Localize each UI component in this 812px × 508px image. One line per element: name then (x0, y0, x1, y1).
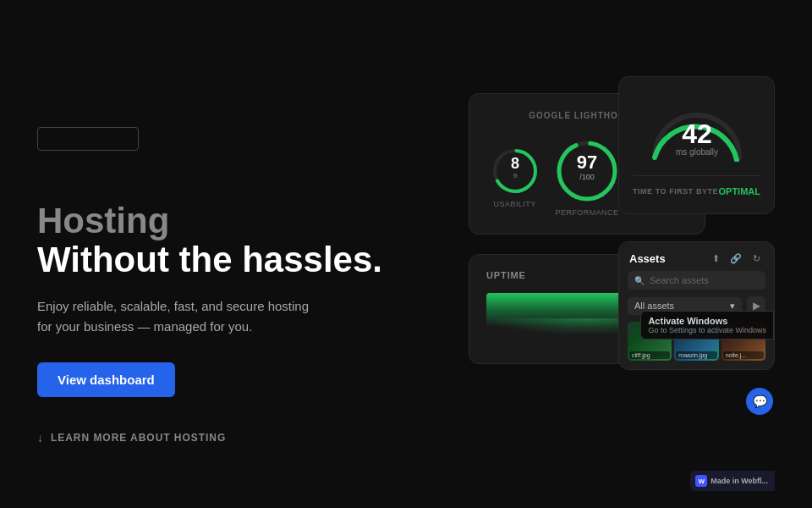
assets-upload-icon[interactable]: ⬆ (708, 251, 723, 266)
activate-subtitle: Go to Settings to activate Windows (648, 326, 766, 334)
chat-bubble-button[interactable]: 💬 (746, 388, 773, 415)
svg-text:ms globally: ms globally (675, 147, 717, 157)
asset-filename-2: maazin.jpg (676, 351, 716, 359)
heading-main: Without the hassles. (37, 240, 426, 279)
assets-search-bar[interactable]: 🔍 Search assets (628, 271, 765, 290)
svg-text:97: 97 (577, 152, 597, 173)
assets-refresh-icon[interactable]: ↻ (749, 251, 764, 266)
ttfb-status: OPTIMAL (719, 186, 761, 196)
assets-toolbar: ⬆ 🔗 ↻ (708, 251, 764, 266)
webflow-logo: W (695, 475, 707, 487)
assets-card: Assets ⬆ 🔗 ↻ 🔍 Search assets All assets … (618, 241, 775, 370)
assets-link-icon[interactable]: 🔗 (728, 251, 743, 266)
svg-text:42: 42 (682, 119, 712, 149)
view-dashboard-button[interactable]: View dashboard (37, 362, 175, 397)
usability-gauge: 8 9 (490, 146, 540, 196)
hero-description: Enjoy reliable, scalable, fast, and secu… (37, 296, 325, 337)
performance-label: PERFORMANCE (556, 208, 619, 217)
learn-more-link[interactable]: ↓ LEARN MORE ABOUT HOSTING (37, 431, 426, 444)
heading-muted: Hosting (37, 202, 426, 240)
chat-icon: 💬 (753, 395, 767, 408)
search-icon: 🔍 (634, 276, 645, 285)
usability-label: USABILITY (494, 200, 536, 208)
ttfb-footer: TIME TO FIRST BYTE OPTIMAL (633, 175, 760, 196)
activate-title: Activate Windows (648, 316, 766, 326)
svg-text:8: 8 (511, 155, 519, 172)
hero-right: GOOGLE LIGHTHOUSE® 8 9 USABILITY (426, 76, 775, 500)
hero-section: Hosting Without the hassles. Enjoy relia… (0, 0, 812, 508)
assets-header: Assets ⬆ 🔗 ↻ (619, 242, 774, 271)
svg-text:/100: /100 (579, 173, 595, 181)
metric-usability: 8 9 USABILITY (490, 146, 540, 208)
ttfb-gauge-container: 42 ms globally (633, 94, 760, 162)
performance-gauge: 97 /100 (553, 137, 621, 205)
filter-label: All assets (634, 301, 674, 311)
uptime-label: UPTIME (486, 270, 526, 280)
ttfb-card: 42 ms globally TIME TO FIRST BYTE OPTIMA… (618, 76, 775, 214)
webflow-badge: W Made in Webfl... (690, 471, 775, 491)
learn-more-label: LEARN MORE ABOUT HOSTING (51, 432, 226, 444)
svg-text:9: 9 (513, 172, 517, 179)
asset-filename-1: cliff.jpg (629, 351, 670, 359)
chevron-down-icon: ▾ (730, 301, 735, 312)
assets-search-placeholder: Search assets (650, 275, 709, 285)
arrow-down-icon: ↓ (37, 431, 44, 444)
activate-windows-badge: Activate Windows Go to Settings to activ… (640, 311, 774, 340)
ttfb-gauge-svg: 42 ms globally (642, 94, 752, 162)
hero-left: Hosting Without the hassles. Enjoy relia… (37, 76, 426, 444)
webflow-badge-text: Made in Webfl... (710, 477, 768, 485)
metric-performance: 97 /100 PERFORMANCE (553, 137, 621, 217)
assets-title: Assets (629, 252, 666, 265)
ttfb-label: TIME TO FIRST BYTE (633, 187, 718, 196)
logo-placeholder (37, 127, 139, 151)
asset-filename-3: nolte.j... (723, 351, 764, 359)
